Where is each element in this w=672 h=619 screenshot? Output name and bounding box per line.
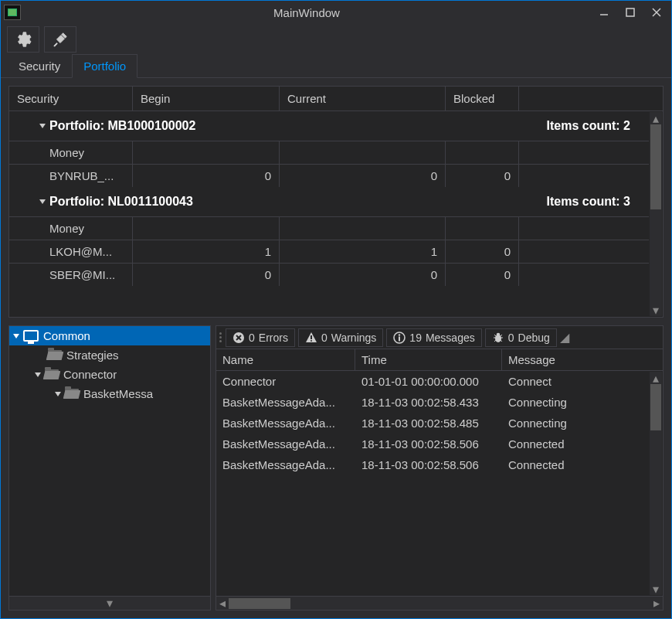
- log-filter-bar: 0Errors 0Warnings 19Messages 0Debug ◢: [216, 326, 663, 349]
- table-row[interactable]: Money: [9, 141, 649, 164]
- cell-security: LKOH@M...: [9, 240, 133, 263]
- scroll-thumb[interactable]: [650, 384, 661, 430]
- log-cell-message: Connecting: [502, 392, 649, 413]
- cell-current: 0: [280, 165, 446, 187]
- scroll-down-button[interactable]: ▾: [650, 583, 662, 595]
- column-header-security[interactable]: Security: [9, 87, 133, 111]
- scroll-left-button[interactable]: ◂: [216, 597, 229, 610]
- tab-security[interactable]: Security: [7, 54, 72, 77]
- table-row[interactable]: BYNRUB_...000: [9, 164, 649, 187]
- log-cell-time: 01-01-01 00:00:00.000: [355, 371, 502, 392]
- cell-begin: 0: [133, 264, 280, 286]
- group-header[interactable]: Portfolio: NL0011100043Items count: 3: [9, 187, 649, 216]
- log-cell-message: Connect: [502, 371, 649, 392]
- grid-vertical-scrollbar[interactable]: ▴ ▾: [650, 112, 662, 316]
- cell-security: Money: [9, 141, 133, 164]
- table-row[interactable]: SBER@MI...000: [9, 263, 649, 286]
- column-header-begin[interactable]: Begin: [133, 87, 280, 111]
- column-header-current[interactable]: Current: [280, 87, 446, 111]
- log-column-time[interactable]: Time: [355, 349, 502, 370]
- svg-point-9: [311, 340, 312, 342]
- filter-errors-button[interactable]: 0Errors: [226, 328, 295, 347]
- filter-overflow-button[interactable]: ◢: [558, 328, 571, 347]
- log-header-row: Name Time Message: [216, 349, 663, 371]
- log-cell-message: Connected: [502, 454, 649, 475]
- app-icon: [4, 5, 21, 20]
- scroll-thumb[interactable]: [229, 598, 290, 609]
- log-row[interactable]: BasketMessageAda...18-11-03 00:02:58.506…: [216, 434, 649, 454]
- log-row[interactable]: Connector01-01-01 00:00:00.000Connect: [216, 371, 649, 392]
- log-cell-name: BasketMessageAda...: [216, 454, 355, 475]
- filter-warnings-button[interactable]: 0Warnings: [298, 328, 383, 347]
- svg-line-18: [501, 335, 502, 336]
- cell-begin: 1: [133, 240, 280, 263]
- group-count: Items count: 2: [547, 119, 649, 133]
- svg-line-20: [501, 340, 502, 342]
- log-cell-time: 18-11-03 00:02:58.506: [355, 434, 502, 454]
- svg-rect-1: [626, 9, 634, 16]
- toolbar: [1, 24, 671, 55]
- svg-rect-12: [399, 336, 400, 341]
- log-horizontal-scrollbar[interactable]: ◂ ▸: [216, 596, 663, 610]
- log-vertical-scrollbar[interactable]: ▴ ▾: [650, 372, 662, 595]
- tree-item-connector[interactable]: Connector: [9, 365, 210, 384]
- cell-security: BYNRUB_...: [9, 165, 133, 187]
- plugin-button[interactable]: [44, 26, 76, 53]
- cell-current: [280, 217, 446, 240]
- close-button[interactable]: [645, 4, 668, 21]
- tree-item-label: BasketMessa: [83, 387, 153, 400]
- cell-security: Money: [9, 217, 133, 240]
- cell-blocked: [446, 141, 519, 164]
- cell-current: 1: [280, 240, 446, 263]
- scroll-up-button[interactable]: ▴: [650, 112, 662, 124]
- group-header[interactable]: Portfolio: MB1000100002Items count: 2: [9, 111, 649, 141]
- scroll-thumb[interactable]: [650, 124, 661, 209]
- folder-open-icon: [45, 369, 59, 379]
- log-row[interactable]: BasketMessageAda...18-11-03 00:02:58.433…: [216, 392, 649, 413]
- maximize-button[interactable]: [619, 4, 642, 21]
- tree-item-common[interactable]: Common: [9, 326, 210, 345]
- window-title: MainWindow: [21, 6, 592, 19]
- log-row[interactable]: BasketMessageAda...18-11-03 00:02:58.485…: [216, 413, 649, 434]
- cell-begin: [133, 141, 280, 164]
- log-row[interactable]: BasketMessageAda...18-11-03 00:02:58.506…: [216, 454, 649, 475]
- scroll-down-button[interactable]: ▾: [650, 304, 662, 316]
- tree-item-basketmessa[interactable]: BasketMessa: [9, 384, 210, 403]
- tree-scroll-down[interactable]: ▾: [9, 596, 210, 610]
- log-column-name[interactable]: Name: [216, 349, 355, 370]
- expand-icon: [39, 199, 46, 204]
- column-header-blocked[interactable]: Blocked: [446, 87, 519, 111]
- scroll-up-button[interactable]: ▴: [650, 372, 662, 384]
- filter-debug-button[interactable]: 0Debug: [485, 328, 557, 347]
- cell-begin: 0: [133, 165, 280, 187]
- svg-line-17: [494, 335, 496, 336]
- main-window: MainWindow Security Portfolio Security B…: [0, 0, 672, 619]
- filter-messages-button[interactable]: 19Messages: [386, 328, 481, 347]
- plug-icon: [52, 31, 69, 48]
- gripper-icon[interactable]: [216, 332, 224, 342]
- log-cell-name: BasketMessageAda...: [216, 434, 355, 454]
- tab-portfolio[interactable]: Portfolio: [72, 54, 137, 78]
- scroll-right-button[interactable]: ▸: [650, 597, 663, 610]
- log-cell-name: Connector: [216, 371, 355, 392]
- log-cell-message: Connected: [502, 434, 649, 454]
- table-row[interactable]: Money: [9, 216, 649, 240]
- settings-button[interactable]: [7, 26, 39, 53]
- expand-icon: [13, 334, 19, 338]
- portfolio-grid: Security Begin Current Blocked Portfolio…: [8, 86, 664, 318]
- titlebar: MainWindow: [1, 1, 671, 24]
- bug-icon: [492, 332, 504, 344]
- cell-current: [280, 141, 446, 164]
- log-cell-time: 18-11-03 00:02:58.485: [355, 413, 502, 434]
- log-cell-time: 18-11-03 00:02:58.433: [355, 392, 502, 413]
- tree-item-label: Connector: [63, 368, 117, 381]
- tree-item-strategies[interactable]: Strategies: [9, 345, 210, 365]
- minimize-button[interactable]: [592, 4, 616, 21]
- cell-blocked: [446, 217, 519, 240]
- log-column-message[interactable]: Message: [502, 349, 663, 370]
- log-cell-name: BasketMessageAda...: [216, 413, 355, 434]
- info-icon: [393, 332, 406, 344]
- column-header-spacer: [519, 87, 663, 111]
- group-label: Portfolio: MB1000100002: [49, 119, 195, 133]
- table-row[interactable]: LKOH@M...110: [9, 240, 649, 263]
